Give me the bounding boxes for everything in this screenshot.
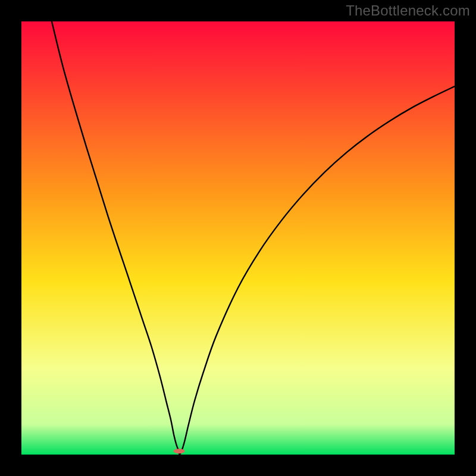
optimal-point-marker	[174, 449, 185, 453]
outer-frame: TheBottleneck.com	[0, 0, 476, 476]
plot-area	[21, 21, 455, 455]
watermark-text: TheBottleneck.com	[346, 2, 470, 19]
chart-svg	[21, 21, 455, 455]
chart-background	[21, 21, 455, 455]
